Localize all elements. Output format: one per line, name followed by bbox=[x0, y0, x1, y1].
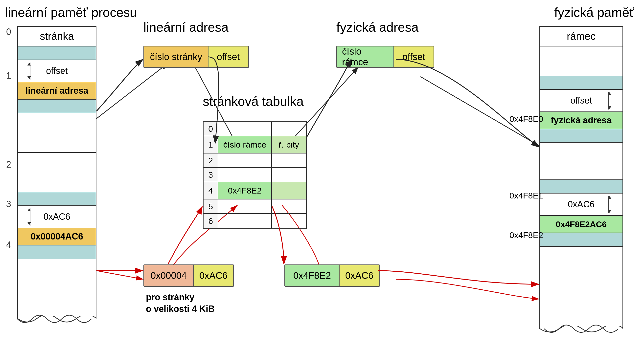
linearni-adresa-heading: lineární adresa bbox=[144, 20, 228, 35]
pt-row-1: 1 číslo rámce ř. bity bbox=[204, 136, 306, 153]
right-dbl-arrow-bottom bbox=[608, 106, 611, 109]
svg-line-7 bbox=[96, 271, 144, 279]
row-num-0: 0 bbox=[6, 27, 11, 37]
right-cyan-bottom1 bbox=[540, 129, 622, 143]
offset-fa-part: offset bbox=[394, 46, 434, 67]
title-right: fyzická paměť bbox=[554, 5, 634, 20]
left-squiggle bbox=[17, 316, 96, 328]
pt-c2-2 bbox=[272, 153, 306, 167]
row2-area bbox=[18, 113, 96, 153]
row3-area bbox=[18, 153, 96, 192]
0xAC6-label-left: 0xAC6 bbox=[44, 212, 70, 222]
pt-row-0: 0 bbox=[204, 122, 306, 136]
pt-num-5: 5 bbox=[204, 199, 218, 213]
title-left: lineární paměť procesu bbox=[5, 5, 137, 20]
pt-c2-6 bbox=[272, 214, 306, 228]
pt-c1-2 bbox=[218, 153, 272, 167]
pt-num-2: 2 bbox=[204, 153, 218, 167]
bottom-physical-box: 0x4F8E2 0xAC6 bbox=[284, 265, 380, 287]
pt-c1-6 bbox=[218, 214, 272, 228]
addr-0x4F8E1: 0x4F8E1 bbox=[510, 191, 543, 200]
right-squiggle bbox=[539, 326, 623, 338]
left-memory-block: stránka offset lineární adresa 0xAC6 bbox=[17, 26, 96, 319]
linearni-adresa-cell-label: lineární adresa bbox=[26, 85, 88, 96]
right-memory-block: rámec offset fyzická adresa 0xAC6 bbox=[539, 26, 623, 329]
row4-offset-area: 0xAC6 bbox=[18, 206, 96, 228]
pt-num-0: 0 bbox=[204, 122, 218, 136]
fyzicka-adresa-box: číslo rámce offset bbox=[336, 46, 434, 68]
0x4F8E2AC6-band: 0x4F8E2AC6 bbox=[540, 216, 622, 233]
pt-num-3: 3 bbox=[204, 168, 218, 182]
row1-offset-area: offset bbox=[18, 60, 96, 82]
right-dbl-arrow-top2 bbox=[608, 196, 611, 199]
right-dbl-arrow-bottom2 bbox=[608, 210, 611, 213]
dbl-arrow-bottom2 bbox=[28, 222, 31, 225]
cislo-stranky-part: číslo stránky bbox=[144, 46, 208, 67]
pt-row-4: 4 0x4F8E2 bbox=[204, 182, 306, 199]
offset-label-left: offset bbox=[46, 66, 68, 76]
cislo-ramce-fa-part: číslo rámce bbox=[337, 46, 394, 67]
0x00004-part: 0x00004 bbox=[144, 265, 194, 286]
dbl-arrow-top2 bbox=[28, 208, 31, 211]
addr-0x4F8E0: 0x4F8E0 bbox=[510, 114, 543, 124]
pt-c1-0 bbox=[218, 122, 272, 136]
0x00004AC6-band: 0x00004AC6 bbox=[18, 228, 96, 245]
pt-row-6: 6 bbox=[204, 214, 306, 228]
row-num-4: 4 bbox=[6, 240, 11, 250]
0x4F8E2-part: 0x4F8E2 bbox=[285, 265, 340, 286]
pt-c1-1: číslo rámce bbox=[218, 136, 272, 153]
0x4F8E2AC6-label: 0x4F8E2AC6 bbox=[556, 220, 607, 229]
row-num-3: 3 bbox=[6, 199, 11, 209]
diagram-container: lineární paměť procesu fyzická paměť str… bbox=[0, 0, 644, 348]
linearni-adresa-box: číslo stránky offset bbox=[144, 46, 249, 68]
pt-c1-5 bbox=[218, 199, 272, 213]
pt-row-3: 3 bbox=[204, 168, 306, 182]
right-cyan-bottom2 bbox=[540, 233, 622, 247]
0x00004AC6-label: 0x00004AC6 bbox=[31, 231, 83, 242]
right-0xAC6-area: 0xAC6 bbox=[540, 194, 622, 216]
svg-line-4 bbox=[96, 63, 168, 119]
fyzicka-adresa-band: fyzická adresa bbox=[540, 112, 622, 129]
linearni-adresa-band: lineární adresa bbox=[18, 82, 96, 100]
right-row-top bbox=[540, 46, 622, 76]
pro-stranky-label: pro stránky o velikosti 4 KiB bbox=[146, 292, 215, 315]
right-cyan-top2 bbox=[540, 180, 622, 194]
row1-cyan-bottom bbox=[18, 100, 96, 113]
right-dbl-arrow-top bbox=[608, 92, 611, 95]
pt-c2-5 bbox=[272, 199, 306, 213]
bottom-linear-box: 0x00004 0xAC6 bbox=[144, 265, 234, 287]
row1-cyan-top bbox=[18, 46, 96, 60]
0xAC6-bottom-part2: 0xAC6 bbox=[340, 265, 379, 286]
fyzicka-adresa-heading: fyzická adresa bbox=[336, 20, 418, 35]
dbl-arrow-bottom bbox=[28, 76, 31, 79]
pt-num-6: 6 bbox=[204, 214, 218, 228]
pt-num-4: 4 bbox=[204, 182, 218, 199]
ramec-label: rámec bbox=[540, 27, 622, 46]
row4-cyan-top bbox=[18, 192, 96, 206]
right-cyan-top1 bbox=[540, 76, 622, 90]
row4-cyan-bottom bbox=[18, 245, 96, 259]
page-table: 0 1 číslo rámce ř. bity 2 3 4 0x4F8E2 bbox=[203, 121, 307, 229]
dbl-arrow-top bbox=[28, 62, 31, 65]
right-middle-empty bbox=[540, 143, 622, 180]
pt-row-2: 2 bbox=[204, 153, 306, 168]
pt-c2-0 bbox=[272, 122, 306, 136]
right-0xAC6-label: 0xAC6 bbox=[568, 199, 594, 210]
row-num-1: 1 bbox=[6, 70, 11, 81]
pt-c2-4 bbox=[272, 182, 306, 199]
pt-c1-4: 0x4F8E2 bbox=[218, 182, 272, 199]
offset-la-part: offset bbox=[208, 46, 248, 67]
strankova-tabulka-heading: stránková tabulka bbox=[203, 94, 304, 109]
svg-line-6 bbox=[420, 77, 539, 146]
offset-label-right: offset bbox=[570, 95, 592, 106]
addr-0x4F8E2: 0x4F8E2 bbox=[510, 230, 543, 240]
pt-num-1: 1 bbox=[204, 136, 218, 153]
right-bottom-empty bbox=[540, 247, 622, 279]
row-num-2: 2 bbox=[6, 159, 11, 170]
pt-row-5: 5 bbox=[204, 199, 306, 214]
0xAC6-bottom-part: 0xAC6 bbox=[194, 265, 233, 286]
pt-c2-3 bbox=[272, 168, 306, 182]
pt-c1-3 bbox=[218, 168, 272, 182]
pt-c2-1: ř. bity bbox=[272, 136, 306, 153]
right-offset-area: offset bbox=[540, 90, 622, 112]
